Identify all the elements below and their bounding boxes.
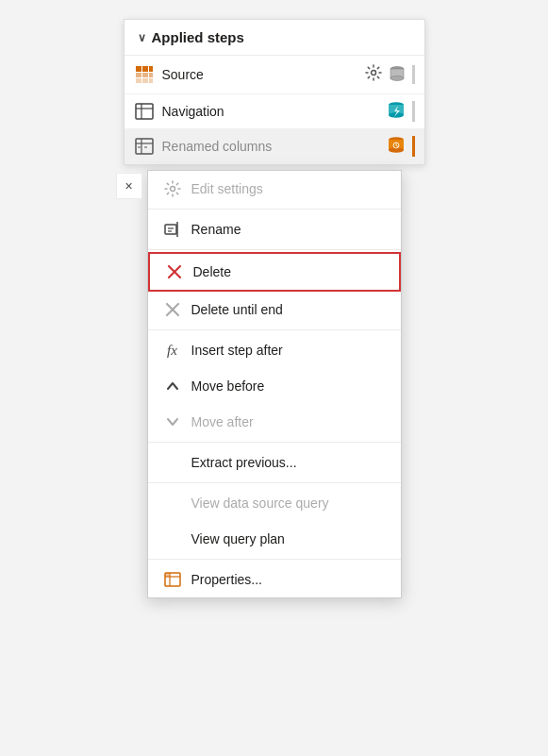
divider-2 — [148, 249, 401, 250]
cylinder-teal-icon — [388, 101, 405, 122]
edit-settings-label: Edit settings — [191, 181, 263, 196]
gear-menu-icon — [163, 179, 182, 198]
navigation-icon — [134, 101, 155, 122]
delete-until-end-label: Delete until end — [191, 302, 283, 317]
source-actions — [361, 62, 415, 87]
panel-title: Applied steps — [152, 29, 244, 45]
view-query-plan-label: View query plan — [191, 531, 285, 546]
applied-steps-panel: ∨ Applied steps — [124, 19, 425, 165]
panel-header: ∨ Applied steps — [125, 20, 424, 56]
renamed-label: Renamed columns — [162, 139, 388, 154]
divider-right — [412, 65, 415, 84]
view-source-icon — [163, 494, 182, 512]
menu-item-rename[interactable]: Rename — [148, 211, 401, 247]
menu-item-move-before[interactable]: Move before — [148, 368, 401, 404]
view-plan-icon — [163, 529, 182, 548]
menu-item-extract-previous[interactable]: Extract previous... — [148, 445, 401, 480]
divider-4 — [148, 442, 401, 443]
svg-rect-8 — [149, 78, 153, 83]
menu-item-insert-step[interactable]: fx Insert step after — [148, 332, 401, 368]
renamed-actions — [388, 136, 415, 157]
cylinder-orange-icon — [388, 136, 405, 157]
rename-icon — [163, 220, 182, 239]
grid-orange-icon — [135, 65, 154, 84]
divider-5 — [148, 482, 401, 483]
svg-point-31 — [170, 187, 174, 192]
svg-point-9 — [371, 71, 375, 76]
step-item-navigation[interactable]: Navigation — [125, 94, 424, 129]
move-before-label: Move before — [191, 378, 265, 394]
rename-label: Rename — [191, 222, 241, 237]
menu-item-move-after[interactable]: Move after — [148, 404, 401, 440]
steps-list: Source — [125, 56, 424, 164]
menu-item-properties[interactable]: Properties... — [148, 562, 401, 597]
chevron-down-icon — [163, 412, 182, 431]
svg-rect-6 — [136, 78, 141, 83]
table-icon — [135, 103, 154, 120]
navigation-label: Navigation — [162, 104, 388, 119]
divider-right2 — [412, 101, 415, 122]
svg-rect-3 — [136, 73, 141, 77]
svg-rect-5 — [149, 73, 153, 77]
menu-item-view-query-plan[interactable]: View query plan — [148, 521, 401, 557]
svg-rect-20 — [136, 139, 153, 154]
fx-icon: fx — [163, 341, 182, 360]
chevron-up-icon — [163, 377, 182, 395]
table-renamed-icon — [135, 138, 154, 155]
delete-until-end-icon — [163, 300, 182, 319]
close-button[interactable]: × — [116, 173, 142, 199]
delete-label: Delete — [193, 264, 231, 279]
svg-rect-4 — [142, 73, 148, 77]
extract-previous-label: Extract previous... — [191, 455, 297, 470]
divider-6 — [148, 559, 401, 560]
insert-step-label: Insert step after — [191, 343, 283, 358]
collapse-icon[interactable]: ∨ — [138, 31, 146, 44]
source-label: Source — [162, 67, 361, 82]
step-item-renamed[interactable]: Renamed columns — [125, 129, 424, 164]
svg-point-12 — [390, 76, 404, 81]
divider-1 — [148, 209, 401, 210]
svg-rect-2 — [149, 66, 153, 72]
gear-icon — [365, 64, 382, 81]
cylinder-gray-icon — [390, 65, 405, 84]
source-icon — [134, 64, 155, 85]
svg-rect-0 — [136, 66, 141, 72]
menu-item-edit-settings[interactable]: Edit settings — [148, 171, 401, 207]
svg-rect-13 — [136, 104, 153, 119]
divider-3 — [148, 329, 401, 330]
move-after-label: Move after — [191, 414, 254, 429]
properties-label: Properties... — [191, 572, 262, 587]
menu-item-view-data-source[interactable]: View data source query — [148, 485, 401, 521]
svg-rect-7 — [142, 78, 148, 83]
context-menu: Edit settings Rename — [147, 170, 402, 598]
source-gear-button[interactable] — [361, 62, 386, 87]
svg-rect-43 — [165, 573, 170, 577]
delete-x-icon — [165, 262, 184, 281]
svg-rect-32 — [165, 225, 176, 234]
menu-item-delete[interactable]: Delete — [148, 252, 401, 292]
extract-icon — [163, 453, 182, 472]
renamed-icon — [134, 136, 155, 157]
view-data-source-label: View data source query — [191, 496, 329, 511]
step-item-source[interactable]: Source — [125, 56, 424, 94]
svg-rect-1 — [142, 66, 148, 72]
navigation-actions — [388, 101, 415, 122]
properties-icon — [163, 570, 182, 589]
menu-item-delete-until-end[interactable]: Delete until end — [148, 292, 401, 328]
divider-orange — [412, 136, 415, 157]
